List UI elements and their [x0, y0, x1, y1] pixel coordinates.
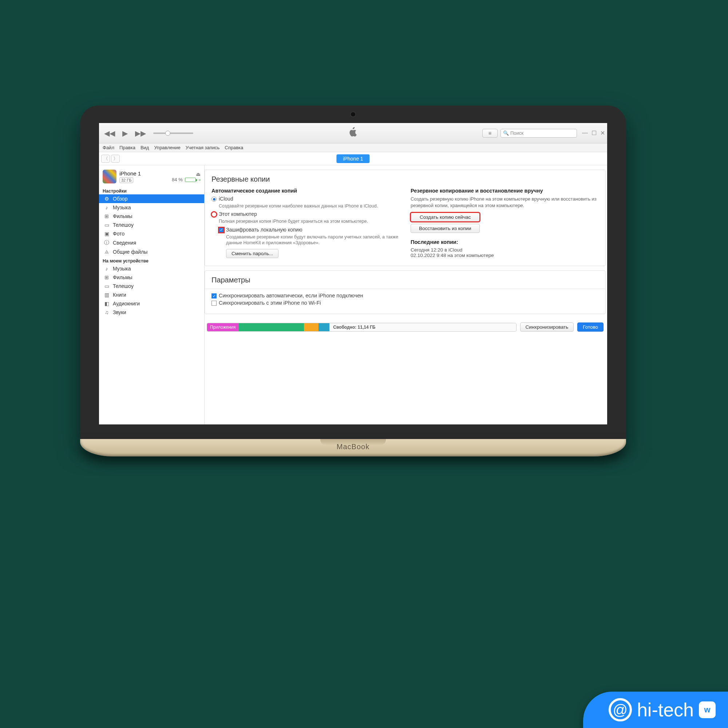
params-panel: Параметры ✓ Синхронизировать автоматичес…	[205, 271, 606, 314]
device-pill[interactable]: iPhone 1	[336, 154, 369, 163]
radio-this-computer[interactable]: Этот компьютер	[211, 211, 400, 217]
sidebar-item-device-4[interactable]: ◧Аудиокниги	[99, 299, 204, 308]
next-track-button[interactable]: ▶▶	[133, 128, 148, 138]
sidebar-icon: ♪	[103, 205, 110, 210]
menu-file[interactable]: Файл	[102, 145, 114, 150]
menu-controls[interactable]: Управление	[154, 145, 180, 150]
last-backup-line1: Сегодня 12:20 в iCloud	[411, 247, 599, 252]
device-block[interactable]: iPhone 1 32 ГБ ⏏ 84 % ⇢	[99, 167, 204, 187]
sidebar-item-device-1[interactable]: ⊞Фильмы	[99, 273, 204, 282]
restore-button[interactable]: Восстановить из копии	[411, 224, 480, 233]
menu-help[interactable]: Справка	[225, 145, 243, 150]
close-button[interactable]: ✕	[600, 130, 605, 136]
sidebar-item-label: Сведения	[113, 240, 136, 246]
sidebar-icon: ▭	[103, 222, 110, 228]
storage-seg-other	[304, 323, 318, 331]
laptop-base: MacBook	[80, 439, 626, 456]
menu-view[interactable]: Вид	[141, 145, 149, 150]
sidebar-item-device-0[interactable]: ♪Музыка	[99, 264, 204, 273]
backups-title: Резервные копии	[211, 175, 599, 184]
manual-backup-heading: Резервное копирование и восстановление в…	[411, 188, 599, 194]
sidebar-icon: ▥	[103, 292, 110, 298]
search-input[interactable]: 🔍 Поиск	[500, 129, 577, 138]
minimize-button[interactable]: —	[582, 130, 588, 136]
sidebar-item-settings-3[interactable]: ▭Телешоу	[99, 220, 204, 229]
storage-seg-media	[239, 323, 304, 331]
sidebar-item-label: Музыка	[113, 266, 131, 272]
device-name: iPhone 1	[119, 170, 169, 177]
prev-track-button[interactable]: ◀◀	[102, 128, 117, 138]
search-placeholder: Поиск	[510, 130, 523, 136]
sidebar-icon: ▣	[103, 231, 110, 237]
at-icon: @	[609, 698, 632, 722]
maximize-button[interactable]: ☐	[592, 130, 596, 136]
sidebar-header-on-device: На моем устройстве	[99, 256, 204, 264]
sidebar-item-settings-2[interactable]: ⊞Фильмы	[99, 212, 204, 220]
sidebar-item-label: Музыка	[113, 205, 131, 210]
auto-backup-heading: Автоматическое создание копий	[211, 188, 400, 194]
checkbox-wifi-sync[interactable]: Синхронизировать с этим iPhone по Wi-Fi	[211, 300, 599, 306]
sidebar-item-label: Книги	[113, 292, 126, 298]
storage-free-label: Свободно: 11,14 ГБ	[329, 323, 516, 331]
back-button[interactable]: 〈	[101, 155, 110, 163]
sidebar-item-settings-1[interactable]: ♪Музыка	[99, 203, 204, 212]
change-password-button[interactable]: Сменить пароль...	[226, 249, 278, 258]
sidebar-icon: ⩓	[103, 249, 110, 255]
sidebar-item-label: Фильмы	[113, 213, 133, 219]
screen: ◀◀ ▶ ▶▶ ≡ 🔍 Поиск — ☐ ✕	[99, 123, 607, 424]
sidebar-item-settings-5[interactable]: ⓘСведения	[99, 238, 204, 248]
sidebar-item-device-2[interactable]: ▭Телешоу	[99, 282, 204, 291]
sidebar-icon: ⊞	[103, 213, 110, 219]
sidebar-item-device-5[interactable]: ♫Звуки	[99, 308, 204, 317]
sidebar-item-device-3[interactable]: ▥Книги	[99, 291, 204, 299]
checkbox-auto-sync[interactable]: ✓ Синхронизировать автоматически, если i…	[211, 293, 599, 298]
sidebar: iPhone 1 32 ГБ ⏏ 84 % ⇢ Настройк	[99, 165, 205, 424]
volume-slider[interactable]	[153, 133, 193, 134]
checkbox-encrypt[interactable]: ✓ Зашифровать локальную копию	[219, 227, 400, 232]
storage-seg-apps: Приложения	[207, 323, 239, 331]
vk-icon: w	[699, 701, 716, 718]
titlebar: ◀◀ ▶ ▶▶ ≡ 🔍 Поиск — ☐ ✕	[99, 123, 607, 144]
battery-percent: 84 %	[172, 177, 183, 182]
backup-now-button[interactable]: Создать копию сейчас	[411, 213, 480, 222]
sidebar-item-label: Телешоу	[113, 222, 134, 228]
camera-dot	[351, 112, 355, 116]
storage-seg-system	[318, 323, 329, 331]
sidebar-item-settings-0[interactable]: ⚙Обзор	[99, 194, 204, 203]
radio-icloud-dot	[211, 197, 217, 202]
sidebar-item-label: Аудиокниги	[113, 301, 140, 306]
apple-logo-icon	[349, 127, 358, 139]
menu-account[interactable]: Учетная запись	[186, 145, 220, 150]
laptop-label: MacBook	[80, 443, 626, 451]
eject-icon[interactable]: ⏏	[172, 171, 200, 177]
sidebar-item-label: Телешоу	[113, 283, 134, 289]
sidebar-icon: ⊞	[103, 274, 110, 280]
footer-bar: Приложения Свободно: 11,14 ГБ Синхронизи…	[205, 318, 606, 333]
sidebar-item-label: Общие файлы	[113, 249, 147, 255]
icloud-desc: Создавайте резервные копии наиболее важн…	[219, 203, 400, 209]
params-title: Параметры	[211, 276, 599, 284]
nav-row: 〈 〉 iPhone 1	[99, 152, 607, 165]
radio-icloud[interactable]: iCloud	[211, 196, 400, 202]
sidebar-icon: ♪	[103, 266, 110, 272]
menu-edit[interactable]: Правка	[119, 145, 135, 150]
manual-desc: Создать резервную копию iPhone на этом к…	[411, 196, 599, 209]
sidebar-item-label: Фильмы	[113, 274, 133, 280]
checkbox-encrypt-box: ✓	[219, 228, 224, 232]
sidebar-icon: ⓘ	[103, 240, 110, 246]
list-view-button[interactable]: ≡	[482, 129, 498, 138]
radio-this-computer-dot	[211, 212, 217, 217]
sync-button[interactable]: Синхронизировать	[520, 323, 574, 332]
sidebar-item-label: Фото	[113, 231, 124, 237]
done-button[interactable]: Готово	[577, 323, 604, 332]
storage-bar: Приложения Свободно: 11,14 ГБ	[207, 323, 517, 332]
forward-button[interactable]: 〉	[111, 155, 120, 163]
sidebar-item-settings-6[interactable]: ⩓Общие файлы	[99, 248, 204, 256]
sidebar-item-settings-4[interactable]: ▣Фото	[99, 229, 204, 238]
main-content: Резервные копии Автоматическое создание …	[205, 165, 607, 424]
this-pc-desc: Полная резервная копия iPhone будет хран…	[219, 219, 400, 224]
search-icon: 🔍	[503, 130, 509, 136]
sidebar-header-settings: Настройки	[99, 187, 204, 194]
play-button[interactable]: ▶	[120, 128, 130, 138]
capacity-badge: 32 ГБ	[119, 177, 133, 183]
